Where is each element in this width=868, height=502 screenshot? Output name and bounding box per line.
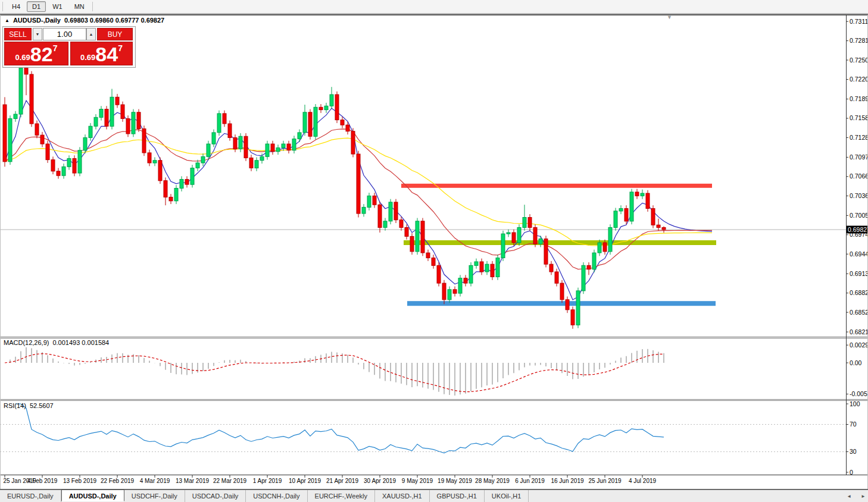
- chart-tab-usdcad-daily[interactable]: USDCAD-,Daily: [185, 490, 246, 502]
- svg-text:0.73115: 0.73115: [850, 18, 868, 25]
- chart-ohlc-values: 0.69803 0.69860 0.69777 0.69827: [64, 17, 164, 24]
- chart-shift-marker-icon[interactable]: ▼: [667, 14, 672, 20]
- svg-text:-0.005250: -0.005250: [850, 390, 868, 397]
- svg-text:0: 0: [850, 469, 853, 476]
- svg-text:28 May 2019: 28 May 2019: [475, 478, 510, 484]
- svg-text:16 Jun 2019: 16 Jun 2019: [551, 478, 583, 484]
- price-chart-svg[interactable]: 0.731150.728100.725050.722000.718900.715…: [0, 0, 868, 502]
- sell-price-pip: 7: [53, 43, 58, 53]
- svg-text:0.71280: 0.71280: [850, 134, 868, 141]
- svg-text:0.72810: 0.72810: [850, 37, 868, 44]
- chart-tab-xauusd-h1[interactable]: XAUUSD-,H1: [375, 490, 430, 502]
- svg-text:0.68210: 0.68210: [850, 328, 868, 335]
- buy-price-big: 84: [95, 43, 118, 65]
- svg-text:100: 100: [850, 400, 860, 407]
- svg-text:30: 30: [850, 448, 857, 455]
- svg-text:13 Feb 2019: 13 Feb 2019: [63, 478, 97, 484]
- svg-text:1 Apr 2019: 1 Apr 2019: [253, 478, 282, 484]
- volume-increase-button[interactable]: ▲: [86, 28, 96, 40]
- rsi-value: 52.5607: [30, 402, 54, 409]
- buy-price-panel[interactable]: 0.69847: [70, 42, 133, 65]
- svg-text:22 Feb 2019: 22 Feb 2019: [101, 478, 135, 484]
- volume-decrease-button[interactable]: ▼: [33, 28, 42, 40]
- svg-text:0.71585: 0.71585: [850, 114, 868, 121]
- svg-text:30 Apr 2019: 30 Apr 2019: [364, 478, 396, 484]
- buy-button[interactable]: BUY: [97, 28, 133, 40]
- chart-tab-audusd-daily[interactable]: AUDUSD-,Daily: [61, 490, 124, 501]
- svg-text:0.68825: 0.68825: [850, 289, 868, 296]
- svg-text:4 Jul 2019: 4 Jul 2019: [629, 478, 657, 484]
- svg-text:0.69440: 0.69440: [850, 250, 868, 258]
- svg-text:0.72200: 0.72200: [850, 76, 868, 83]
- svg-text:6 Jun 2019: 6 Jun 2019: [515, 478, 545, 484]
- rsi-label-text: RSI(14): [4, 402, 26, 409]
- chart-tab-ukoil-h1[interactable]: UKOil-,H1: [485, 490, 529, 502]
- svg-text:10 Apr 2019: 10 Apr 2019: [289, 478, 321, 484]
- macd-values: 0.001493 0.001584: [52, 339, 109, 346]
- svg-text:25 Jun 2019: 25 Jun 2019: [588, 478, 621, 484]
- svg-text:0.70665: 0.70665: [850, 172, 868, 180]
- sell-button[interactable]: SELL: [4, 28, 32, 40]
- svg-text:0.00: 0.00: [850, 359, 862, 366]
- svg-text:0.70360: 0.70360: [850, 192, 868, 199]
- svg-text:0.72505: 0.72505: [850, 57, 868, 64]
- chart-tab-usdchf-daily[interactable]: USDCHF-,Daily: [124, 490, 185, 502]
- svg-text:21 Apr 2019: 21 Apr 2019: [326, 478, 358, 484]
- one-click-trading-widget: SELL ▼ ▲ BUY 0.69827 0.69847: [2, 26, 136, 68]
- tab-scroll-right-icon[interactable]: ►: [861, 494, 866, 499]
- chart-symbol-label: AUDUSD-,Daily: [13, 17, 61, 24]
- chart-tab-gbpusd-h1[interactable]: GBPUSD-,H1: [430, 490, 485, 502]
- svg-text:0.68520: 0.68520: [850, 309, 868, 316]
- buy-price-pip: 7: [118, 43, 123, 53]
- macd-indicator-label: MACD(12,26,9) 0.001493 0.001584: [4, 339, 109, 346]
- svg-text:4 Mar 2019: 4 Mar 2019: [140, 478, 170, 484]
- svg-text:4 Feb 2019: 4 Feb 2019: [27, 478, 58, 484]
- svg-text:0.69130: 0.69130: [850, 270, 868, 277]
- svg-text:9 May 2019: 9 May 2019: [402, 478, 433, 484]
- chart-tab-bar: EURUSD-,DailyAUDUSD-,DailyUSDCHF-,DailyU…: [0, 490, 868, 502]
- chart-title: ▲ AUDUSD-,Daily 0.69803 0.69860 0.69777 …: [5, 17, 164, 24]
- rsi-indicator-label: RSI(14) 52.5607: [4, 402, 54, 409]
- chart-tab-eurchf-weekly[interactable]: EURCHF-,Weekly: [308, 490, 375, 502]
- buy-price-prefix: 0.69: [80, 53, 95, 62]
- sell-price-big: 82: [30, 43, 53, 65]
- svg-text:13 Mar 2019: 13 Mar 2019: [176, 478, 210, 484]
- svg-text:19 May 2019: 19 May 2019: [438, 478, 472, 484]
- macd-label-text: MACD(12,26,9): [4, 339, 49, 346]
- volume-input[interactable]: [43, 28, 86, 40]
- symbol-marker-icon: ▲: [5, 18, 10, 23]
- svg-text:0.70050: 0.70050: [850, 212, 868, 219]
- svg-text:0.71890: 0.71890: [850, 95, 868, 102]
- chart-plot-area[interactable]: 0.731150.728100.725050.722000.718900.715…: [0, 0, 868, 502]
- sell-price-prefix: 0.69: [15, 53, 30, 62]
- svg-text:22 Mar 2019: 22 Mar 2019: [213, 478, 247, 484]
- tab-scroll-left-icon[interactable]: ◄: [847, 494, 851, 499]
- sell-price-panel[interactable]: 0.69827: [4, 42, 68, 65]
- chart-tab-usdcnh-daily[interactable]: USDCNH-,Daily: [246, 490, 307, 502]
- svg-text:0.002984: 0.002984: [850, 341, 868, 349]
- svg-text:0.69827: 0.69827: [848, 226, 868, 233]
- chart-tab-eurusd-daily[interactable]: EURUSD-,Daily: [0, 490, 61, 502]
- mt4-window: H4D1W1MN 0.731150.728100.725050.722000.7…: [0, 0, 868, 502]
- svg-text:70: 70: [850, 421, 857, 428]
- svg-text:0.70970: 0.70970: [850, 153, 868, 161]
- tab-scroll-controls: ◄ ►: [847, 490, 866, 502]
